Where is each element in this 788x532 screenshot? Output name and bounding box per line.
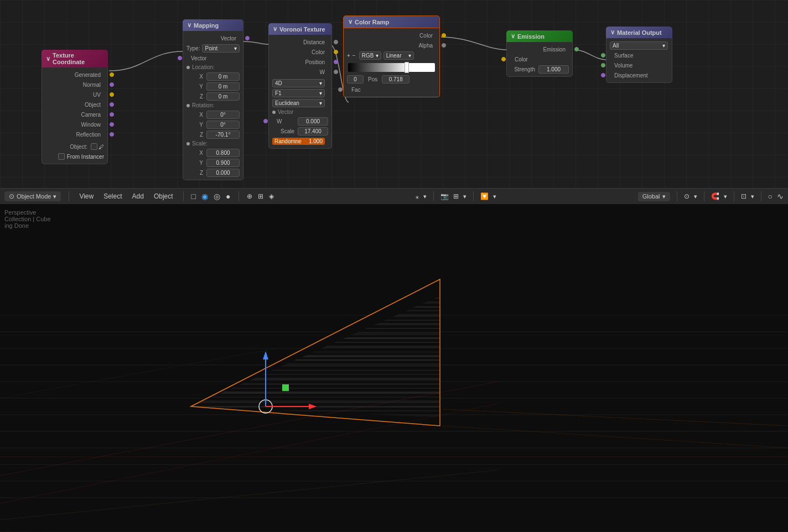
mode-selector[interactable]: ⊙ Object Mode ▾ [4,191,61,201]
voronoi-w-input[interactable] [298,117,328,126]
add-menu[interactable]: Add [130,191,146,201]
node-texture-coordinate[interactable]: ∨ Texture Coordinate Generated Normal UV… [42,50,108,164]
snap-magnet-dropdown[interactable]: ▾ [724,193,727,200]
scale-x[interactable]: X [183,148,243,158]
socket-mat-out-displacement-in[interactable] [601,73,605,77]
socket-reflection-out[interactable] [110,132,114,137]
wireframe-icon[interactable]: □ [191,192,196,201]
emission-color-row[interactable]: Color [507,54,572,64]
collapse-icon-mapping[interactable]: ∨ [187,22,191,29]
view-menu[interactable]: View [77,191,96,201]
snap-magnet-icon[interactable]: 🧲 [711,192,719,200]
voronoi-4d-dropdown[interactable]: 4D ▾ [269,77,331,88]
socket-voronoi-w[interactable] [334,70,338,74]
socket-normal-out[interactable] [110,82,114,87]
color-ramp-gradient[interactable] [348,63,435,72]
voronoi-metric-dropdown[interactable]: Euclidean ▾ [269,98,331,108]
socket-voronoi-position[interactable] [334,60,338,64]
socket-voronoi-color[interactable] [334,50,338,54]
remove-stop-btn[interactable]: − [352,53,356,59]
eyedropper-icon[interactable]: 🖊 [98,144,104,150]
transform-global[interactable]: Global ▾ [638,192,670,201]
transform-pivot-dropdown[interactable]: ▾ [751,193,754,200]
voronoi-f1-dropdown-el[interactable]: F1 ▾ [272,89,325,97]
object-field[interactable]: Object: 🖊 [42,142,107,152]
node-mapping[interactable]: ∨ Mapping Vector Type: Point ▾ Vector [183,19,243,180]
proportional-icon[interactable]: ⊙ [684,192,690,200]
object-checkbox[interactable] [91,143,97,150]
rot-y-input[interactable] [206,121,240,129]
socket-voronoi-distance[interactable] [334,40,338,44]
collapse-icon-voronoi[interactable]: ∨ [273,25,277,33]
collapse-icon[interactable]: ∨ [46,55,50,62]
rot-z[interactable]: Z [183,129,243,139]
graph-icon[interactable]: ∿ [777,192,784,201]
color-stop-pos[interactable] [382,75,409,84]
voronoi-scale-row[interactable]: Scale [269,126,331,136]
select-menu[interactable]: Select [101,191,124,201]
socket-uv-out[interactable] [110,92,114,97]
loc-y[interactable]: Y [183,81,243,91]
overlay-icon[interactable]: ⊞ [258,192,263,200]
filter-icon[interactable]: 🔽 [480,192,489,200]
collapse-icon-mat-out[interactable]: ∨ [610,29,615,36]
voronoi-metric-dropdown-el[interactable]: Euclidean ▾ [272,99,325,107]
rot-x-input[interactable] [206,111,240,119]
socket-mapping-vector-out[interactable] [245,36,250,40]
voronoi-randomness-row[interactable]: Randomne 1.000 [269,136,331,146]
rot-x[interactable]: X [183,109,243,119]
snap-icon[interactable]: ⁎ [416,192,419,200]
snap-dropdown[interactable]: ▾ [423,193,427,200]
collapse-icon-color-ramp[interactable]: ∨ [348,18,352,25]
loc-x[interactable]: X [183,71,243,81]
object-menu[interactable]: Object [152,191,175,201]
voronoi-randomness-field[interactable]: Randomne 1.000 [272,138,325,145]
from-instancer-field[interactable]: From Instancer [42,152,107,161]
socket-generated-out[interactable] [110,72,114,77]
node-color-ramp[interactable]: ∨ Color Ramp Color Alpha + − RGB ▾ [343,15,440,97]
socket-emission-out[interactable] [574,47,579,51]
xray-icon[interactable]: ◈ [269,192,274,200]
color-ramp-marker[interactable] [405,62,409,73]
mat-out-all-dropdown[interactable]: All ▾ [610,41,668,50]
camera-view-icon[interactable]: 📷 [440,192,449,200]
rendered-icon[interactable]: ● [226,192,230,201]
scale-z-input[interactable] [206,169,240,177]
socket-color-ramp-alpha-out[interactable] [442,43,446,48]
interpolation-dropdown[interactable]: Linear ▾ [383,51,414,60]
mapping-type-row[interactable]: Type: Point ▾ [183,43,243,53]
scale-x-input[interactable] [206,149,240,157]
mat-out-all-row[interactable]: All ▾ [606,40,672,50]
socket-window-out[interactable] [110,122,114,127]
node-emission[interactable]: ∨ Emission Emission Color Strength [506,30,573,77]
voronoi-mode-dropdown[interactable]: 4D ▾ [272,79,325,87]
emission-strength-row[interactable]: Strength [507,64,572,74]
render-icon[interactable]: ○ [768,192,773,201]
mapping-type-dropdown[interactable]: Point ▾ [202,44,240,53]
add-stop-btn[interactable]: + [347,53,350,59]
filter-dropdown[interactable]: ▾ [493,193,496,200]
rot-y[interactable]: Y [183,119,243,129]
voronoi-f1-dropdown[interactable]: F1 ▾ [269,88,331,98]
collapse-icon-emission[interactable]: ∨ [511,33,515,40]
node-material-output[interactable]: ∨ Material Output All ▾ Surface Volume [606,27,672,83]
scale-y[interactable]: Y [183,158,243,168]
proportional-dropdown[interactable]: ▾ [694,193,697,200]
socket-voronoi-vector-in[interactable] [263,119,268,123]
rot-z-input[interactable] [206,131,240,139]
color-mode-dropdown[interactable]: RGB ▾ [359,51,381,60]
socket-mapping-vector-in[interactable] [178,56,182,60]
color-stop-index[interactable] [347,75,364,84]
transform-pivot-icon[interactable]: ⊡ [741,192,746,200]
loc-y-input[interactable] [206,82,240,91]
socket-color-ramp-color-out[interactable] [442,33,446,38]
socket-emission-color-in[interactable] [501,57,506,61]
loc-x-input[interactable] [206,72,240,81]
socket-color-ramp-fac-in[interactable] [338,87,343,92]
socket-mat-out-surface-in[interactable] [601,53,605,58]
socket-object-out[interactable] [110,102,114,107]
node-voronoi[interactable]: ∨ Voronoi Texture Distance Color Positio… [268,23,332,149]
mode-dropdown-icon[interactable]: ▾ [53,193,56,200]
loc-z[interactable]: Z [183,91,243,101]
gizmo-icon[interactable]: ⊕ [247,192,252,200]
